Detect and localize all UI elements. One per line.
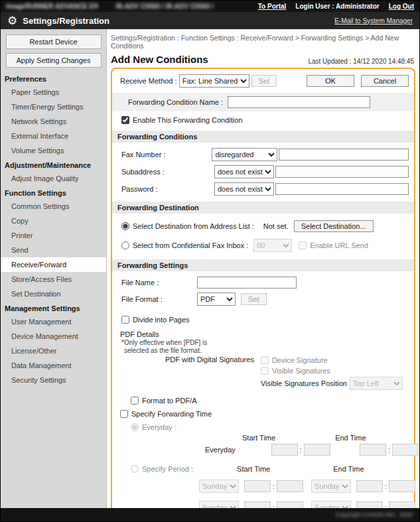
- forwarding-condition-name-input[interactable]: [228, 96, 370, 108]
- specify-forwarding-time-checkbox[interactable]: [120, 410, 128, 418]
- sidebar: Restart Device Apply Setting Changes Pre…: [1, 29, 107, 508]
- time-colon: :: [385, 482, 387, 490]
- end-hour-input: [356, 501, 383, 508]
- everyday-row-label: Everyday: [205, 446, 236, 454]
- fax-number-label: Fax Number :: [121, 151, 212, 159]
- select-destination-button[interactable]: Select Destination...: [294, 220, 374, 232]
- sidebar-item-device-management[interactable]: Device Management: [1, 329, 106, 344]
- ok-button[interactable]: OK: [307, 75, 354, 87]
- everyday-start-hour-input: [271, 444, 298, 456]
- sidebar-item-security-settings[interactable]: Security Settings: [1, 373, 106, 387]
- fax-number-input[interactable]: [279, 149, 409, 161]
- subaddress-label: Subaddress :: [121, 168, 214, 176]
- enable-url-send-checkbox: [299, 241, 307, 249]
- restart-device-button[interactable]: Restart Device: [6, 34, 102, 49]
- app-title: Settings/Registration: [23, 16, 109, 26]
- sidebar-item-volume-settings[interactable]: Volume Settings: [1, 143, 106, 158]
- sidebar-item-data-management[interactable]: Data Management: [1, 358, 106, 373]
- file-format-select[interactable]: PDF: [197, 293, 236, 306]
- period-start-time-header: Start Time: [237, 465, 270, 473]
- address-list-radio[interactable]: [121, 222, 129, 230]
- specify-period-label: Specify Period :: [142, 465, 193, 473]
- time-colon: :: [273, 482, 275, 490]
- divide-into-pages-checkbox[interactable]: [121, 316, 129, 324]
- pdf-details-label: PDF Details: [112, 326, 414, 338]
- sidebar-item-send[interactable]: Send: [1, 243, 106, 257]
- everyday-label: Everyday :: [142, 423, 176, 431]
- email-to-system-manager-link[interactable]: E-Mail to System Manager: [334, 17, 413, 25]
- device-signature-label: Device Signature: [272, 356, 328, 364]
- login-user-label: Login User :: [295, 3, 334, 10]
- sidebar-item-adjust-image-quality[interactable]: Adjust Image Quality: [1, 171, 106, 186]
- sidebar-item-license-other[interactable]: License/Other: [1, 344, 106, 358]
- login-user: Login User : Administrator: [295, 3, 379, 10]
- sidebar-heading-preferences: Preferences: [1, 72, 106, 85]
- sidebar-heading-adjustment-maintenance: Adjustment/Maintenance: [1, 158, 106, 171]
- password-label: Password :: [121, 185, 214, 193]
- fax-number-op-select[interactable]: disregarded: [212, 148, 277, 161]
- sidebar-heading-management-settings: Management Settings: [1, 301, 106, 314]
- enable-url-send-label: Enable URL Send: [310, 241, 368, 249]
- sidebar-item-network-settings[interactable]: Network Settings: [1, 114, 106, 129]
- receive-method-select[interactable]: Fax: Line Shared: [179, 74, 249, 88]
- gear-icon: ⚙: [7, 15, 17, 27]
- file-format-label: File Format :: [121, 295, 197, 303]
- device-signature-checkbox: [261, 356, 269, 364]
- sidebar-item-receive-forward[interactable]: Receive/Forward: [1, 257, 106, 272]
- sidebar-item-printer[interactable]: Printer: [1, 228, 106, 243]
- visible-signatures-checkbox: [261, 367, 269, 375]
- sidebar-item-copy[interactable]: Copy: [1, 214, 106, 228]
- divide-into-pages-label: Divide into Pages: [133, 316, 190, 324]
- visible-signatures-position-label: Visible Signatures Position: [261, 379, 347, 387]
- forwarding-condition-name-label: Forwarding Condition Name :: [128, 98, 228, 106]
- password-op-select[interactable]: does not exist: [214, 182, 274, 196]
- subaddress-input[interactable]: [275, 166, 409, 178]
- login-user-name: Administrator: [336, 3, 380, 10]
- address-list-label: Select Destination from Address List :: [133, 222, 254, 230]
- section-header-forwarding-settings: Forwarding Settings: [112, 259, 414, 271]
- breadcrumb[interactable]: Settings/Registration : Function Setting…: [111, 33, 415, 54]
- start-minute-input: [277, 480, 303, 492]
- page: imageRUNNER ADVANCE DX iR-ADV C5560 / iR…: [0, 0, 420, 522]
- enable-condition-label: Enable This Forwarding Condition: [133, 116, 243, 124]
- confidential-fax-inbox-radio[interactable]: [121, 241, 129, 249]
- address-list-status: Not set.: [263, 222, 289, 230]
- subaddress-op-select[interactable]: does not exist: [214, 165, 274, 178]
- everyday-end-minute-input: [392, 444, 419, 456]
- sidebar-item-paper-settings[interactable]: Paper Settings: [1, 85, 106, 99]
- period-row: Sunday : Sunday : All Day: [112, 476, 414, 497]
- sidebar-item-common-settings[interactable]: Common Settings: [1, 199, 106, 214]
- sidebar-item-timer-energy-settings[interactable]: Timer/Energy Settings: [1, 99, 106, 114]
- sidebar-item-set-destination[interactable]: Set Destination: [1, 287, 106, 301]
- end-day-select: Sunday: [311, 480, 351, 493]
- apply-setting-changes-button[interactable]: Apply Setting Changes: [6, 53, 102, 68]
- start-minute-input: [277, 501, 303, 508]
- everyday-start-minute-input: [304, 444, 330, 456]
- footer: Copyright CANON INC. 2020: [1, 508, 419, 521]
- receive-method-label: Receive Method :: [120, 77, 177, 85]
- to-portal-link[interactable]: To Portal: [258, 3, 287, 10]
- everyday-end-hour-input: [360, 444, 386, 456]
- sidebar-item-external-interface[interactable]: External Interface: [1, 129, 106, 143]
- cancel-button[interactable]: Cancel: [361, 75, 409, 87]
- sidebar-heading-function-settings: Function Settings: [1, 186, 106, 199]
- specify-period-radio: [131, 465, 139, 473]
- file-name-input[interactable]: [197, 277, 297, 289]
- confidential-fax-inbox-label: Select from Confidential Fax Inbox :: [133, 241, 248, 249]
- top-status-bar: imageRUNNER ADVANCE DX iR-ADV C5560 / iR…: [1, 1, 419, 12]
- main-content: Settings/Registration : Function Setting…: [107, 29, 419, 508]
- sidebar-item-user-management[interactable]: User Management: [1, 314, 106, 329]
- sidebar-item-store-access-files[interactable]: Store/Access Files: [1, 272, 106, 287]
- format-to-pdfa-checkbox[interactable]: [131, 397, 139, 405]
- logout-link[interactable]: Log Out: [389, 3, 414, 10]
- end-minute-input: [389, 501, 415, 508]
- device-model: imageRUNNER ADVANCE DX: [6, 3, 98, 10]
- last-updated: Last Updated : 14/12 2020 14:48:45: [308, 58, 414, 65]
- pdf-digital-signatures-label: PDF with Digital Signatures: [165, 356, 254, 363]
- end-minute-input: [389, 480, 415, 492]
- period-rows: Sunday : Sunday : All Day Sunday :: [112, 473, 414, 508]
- password-input[interactable]: [275, 183, 409, 195]
- enable-condition-checkbox[interactable]: [121, 116, 129, 124]
- file-name-label: File Name :: [121, 279, 197, 287]
- end-day-select: Sunday: [311, 501, 351, 508]
